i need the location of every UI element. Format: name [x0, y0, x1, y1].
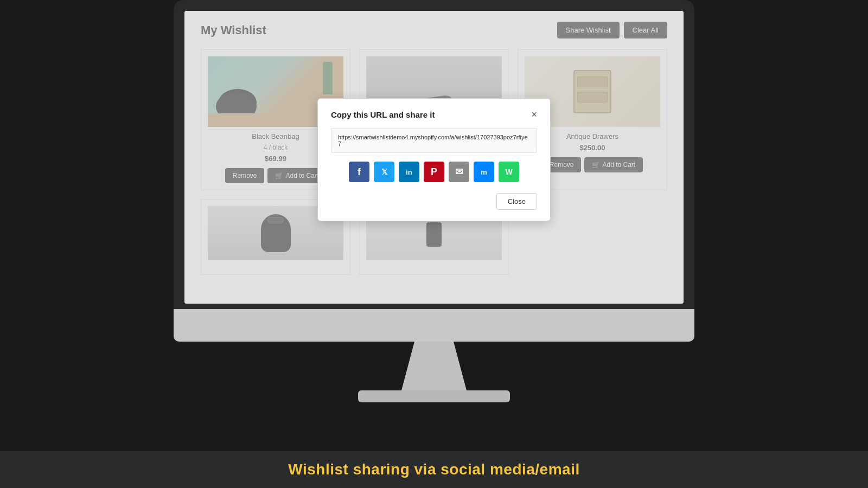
modal-footer: Close: [331, 193, 537, 210]
screen-bezel: My Wishlist Share Wishlist Clear All: [174, 0, 694, 309]
modal-url[interactable]: https://smartwishlistdemo4.myshopify.com…: [331, 128, 537, 153]
monitor-stand-top: [174, 309, 694, 342]
facebook-share-button[interactable]: f: [349, 162, 369, 182]
whatsapp-share-button[interactable]: W: [499, 162, 519, 182]
modal-close-x-button[interactable]: ×: [531, 110, 537, 119]
screen: My Wishlist Share Wishlist Clear All: [184, 11, 684, 304]
linkedin-share-button[interactable]: in: [399, 162, 419, 182]
social-icons-row: f 𝕏 in P ✉ m W: [331, 162, 537, 182]
share-modal: Copy this URL and share it × https://sma…: [317, 98, 551, 221]
modal-title: Copy this URL and share it: [331, 110, 435, 119]
monitor-neck: [401, 342, 467, 390]
twitter-share-button[interactable]: 𝕏: [374, 162, 394, 182]
pinterest-share-button[interactable]: P: [424, 162, 444, 182]
monitor: My Wishlist Share Wishlist Clear All: [174, 0, 694, 402]
modal-close-button[interactable]: Close: [496, 193, 537, 210]
bottom-banner-text: Wishlist sharing via social media/email: [288, 461, 579, 478]
modal-header: Copy this URL and share it ×: [331, 110, 537, 119]
monitor-base: [358, 390, 510, 402]
messenger-share-button[interactable]: m: [474, 162, 494, 182]
email-share-button[interactable]: ✉: [449, 162, 469, 182]
bottom-banner: Wishlist sharing via social media/email: [0, 451, 868, 488]
